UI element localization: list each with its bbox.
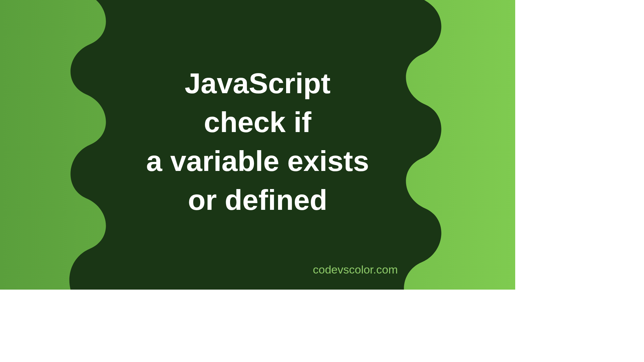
title-line-1: JavaScript <box>146 64 369 103</box>
whitespace-bottom <box>0 290 515 362</box>
whitespace-right <box>515 0 644 362</box>
title-line-4: or defined <box>146 180 369 219</box>
title-line-3: a variable exists <box>146 141 369 180</box>
title-container: JavaScript check if a variable exists or… <box>0 0 515 290</box>
promo-banner: JavaScript check if a variable exists or… <box>0 0 515 290</box>
site-attribution: codevscolor.com <box>313 263 398 276</box>
title-line-2: check if <box>146 103 369 141</box>
banner-title: JavaScript check if a variable exists or… <box>146 64 369 219</box>
